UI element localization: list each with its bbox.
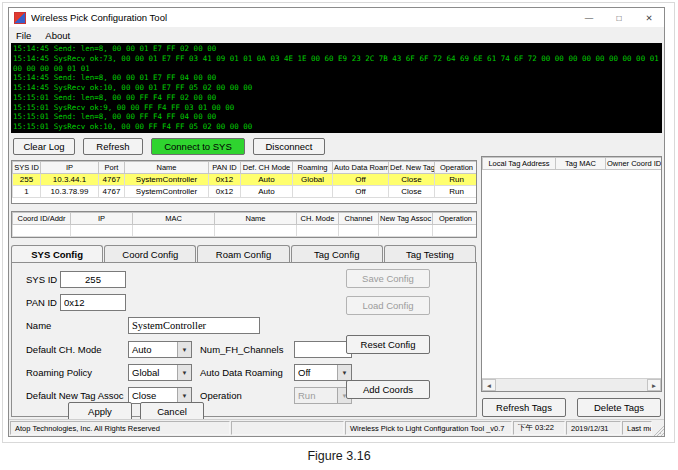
- column-header: SYS ID: [13, 162, 41, 174]
- window-controls: — □ ✕: [574, 8, 664, 27]
- roaming-policy-select[interactable]: Global ▼: [128, 364, 192, 381]
- table-cell: Auto: [241, 186, 293, 198]
- status-copyright: Atop Technologies, Inc. All Rights Reser…: [10, 421, 230, 435]
- disconnect-button[interactable]: Disconnect: [253, 138, 325, 155]
- empty-cell: [215, 225, 297, 237]
- auto-data-roaming-select[interactable]: Off ▼: [294, 364, 352, 381]
- chevron-down-icon[interactable]: ▼: [177, 388, 191, 403]
- tab-tag-testing[interactable]: Tag Testing: [384, 245, 476, 262]
- cancel-button[interactable]: Cancel: [140, 402, 204, 419]
- sys-config-panel: SYS ID PAN ID Name Default CH. Mode Auto…: [11, 262, 477, 417]
- table-cell: 1: [13, 186, 41, 198]
- sys-id-field[interactable]: [60, 271, 126, 288]
- table-cell: 10.3.44.1: [41, 174, 99, 186]
- table-cell: [293, 186, 333, 198]
- operation-label: Operation: [200, 390, 242, 401]
- app-window: Wireless Pick Configuration Tool — □ ✕ F…: [8, 7, 665, 437]
- column-header: Owner Coord ID: [606, 158, 662, 170]
- default-ch-mode-select[interactable]: Auto ▼: [128, 341, 192, 358]
- column-header: Coord ID/Addr: [13, 213, 71, 225]
- clear-log-button[interactable]: Clear Log: [13, 138, 75, 155]
- delete-tags-button[interactable]: Delete Tags: [577, 398, 661, 417]
- column-header: Channel: [339, 213, 379, 225]
- column-header: Name: [125, 162, 209, 174]
- num-fh-channels-field[interactable]: [294, 341, 352, 358]
- pan-id-field[interactable]: [60, 294, 126, 311]
- operation-select[interactable]: Run ▼: [294, 387, 352, 404]
- table-cell: 4767: [99, 186, 125, 198]
- reset-config-button[interactable]: Reset Config: [346, 335, 430, 354]
- add-coords-button[interactable]: Add Coords: [346, 380, 430, 399]
- scroll-left-icon[interactable]: ◄: [482, 379, 496, 391]
- scroll-right-icon[interactable]: ►: [647, 379, 661, 391]
- empty-cell: [133, 225, 215, 237]
- apply-button[interactable]: Apply: [68, 402, 132, 419]
- chevron-down-icon[interactable]: ▼: [337, 365, 351, 380]
- roaming-policy-label: Roaming Policy: [26, 367, 92, 378]
- tab-coord-config[interactable]: Coord Config: [104, 245, 196, 262]
- tab-sys-config[interactable]: SYS Config: [11, 245, 103, 262]
- num-fh-channels-label: Num_FH_Channels: [200, 344, 283, 355]
- table-cell: Run: [435, 186, 478, 198]
- table-cell: SystemController: [125, 186, 209, 198]
- sys-controller-table: SYS ID IP Port Name PAN ID Def. CH Mode …: [11, 160, 477, 204]
- table-cell: 10.3.78.99: [41, 186, 99, 198]
- chevron-down-icon[interactable]: ▼: [177, 342, 191, 357]
- minimize-icon[interactable]: —: [574, 8, 604, 27]
- column-header: CH. Mode: [297, 213, 339, 225]
- table-row[interactable]: 1 10.3.78.99 4767 SystemController 0x12 …: [13, 186, 478, 198]
- column-header: Name: [215, 213, 297, 225]
- refresh-button[interactable]: Refresh: [83, 138, 143, 155]
- tag-list: Local Tag Address Tag MAC Owner Coord ID…: [481, 156, 662, 392]
- save-config-button[interactable]: Save Config: [346, 269, 430, 288]
- coordinator-table: Coord ID/Addr IP MAC Name CH. Mode Chann…: [11, 211, 477, 238]
- status-time: 下午 03:22: [513, 421, 565, 435]
- column-header: Operation: [433, 213, 478, 225]
- table-row-selected[interactable]: 255 10.3.44.1 4767 SystemController 0x12…: [13, 174, 478, 186]
- table-cell: Close: [389, 174, 435, 186]
- menu-item-file[interactable]: File: [9, 29, 38, 42]
- toolbar: Clear Log Refresh Connect to SYS Disconn…: [13, 138, 477, 155]
- table-cell: Off: [333, 174, 389, 186]
- table-cell: Run: [435, 174, 478, 186]
- column-header: Def. New Tag: [389, 162, 435, 174]
- column-header: New Tag Assoc: [379, 213, 433, 225]
- load-config-button[interactable]: Load Config: [346, 296, 430, 315]
- resize-grip[interactable]: [652, 424, 664, 436]
- menu-bar: File About: [9, 27, 664, 43]
- name-field[interactable]: [128, 317, 260, 334]
- table-cell: 255: [13, 174, 41, 186]
- menu-item-about[interactable]: About: [38, 29, 77, 42]
- sys-table-header-row: SYS ID IP Port Name PAN ID Def. CH Mode …: [13, 162, 478, 174]
- sys-id-label: SYS ID: [26, 274, 57, 285]
- refresh-tags-button[interactable]: Refresh Tags: [482, 398, 566, 417]
- tab-roam-config[interactable]: Roam Config: [197, 245, 289, 262]
- column-header: Operation: [435, 162, 478, 174]
- tag-list-hscrollbar[interactable]: ◄ ►: [482, 378, 661, 391]
- column-header: IP: [41, 162, 99, 174]
- column-header: MAC: [133, 213, 215, 225]
- table-cell: 0x12: [209, 186, 241, 198]
- log-text: 15:14:45 Send: len=8, 00 00 01 E7 FF 02 …: [13, 44, 660, 132]
- status-date: 2019/12/31: [566, 421, 621, 435]
- table-cell: 4767: [99, 174, 125, 186]
- status-last-modify: Last modify 2019/10/03: [622, 421, 652, 435]
- app-icon: [14, 12, 26, 24]
- figure-caption: Figure 3.16: [0, 449, 678, 463]
- table-cell: 0x12: [209, 174, 241, 186]
- close-icon[interactable]: ✕: [634, 8, 664, 27]
- window-title: Wireless Pick Configuration Tool: [31, 12, 574, 23]
- tab-tag-config[interactable]: Tag Config: [291, 245, 383, 262]
- table-cell: Off: [333, 186, 389, 198]
- connect-to-sys-button[interactable]: Connect to SYS: [151, 138, 245, 155]
- auto-data-roaming-label: Auto Data Roaming: [200, 367, 283, 378]
- table-cell: Global: [293, 174, 333, 186]
- status-app-version: Wireless Pick to Light Configuration Too…: [345, 421, 512, 435]
- maximize-icon[interactable]: □: [604, 8, 634, 27]
- tag-panel: Local Tag Address Tag MAC Owner Coord ID…: [481, 136, 662, 417]
- table-cell: SystemController: [125, 174, 209, 186]
- column-header: Roaming: [293, 162, 333, 174]
- chevron-down-icon[interactable]: ▼: [177, 365, 191, 380]
- scrollbar-track[interactable]: [496, 379, 647, 391]
- empty-cell: [379, 225, 433, 237]
